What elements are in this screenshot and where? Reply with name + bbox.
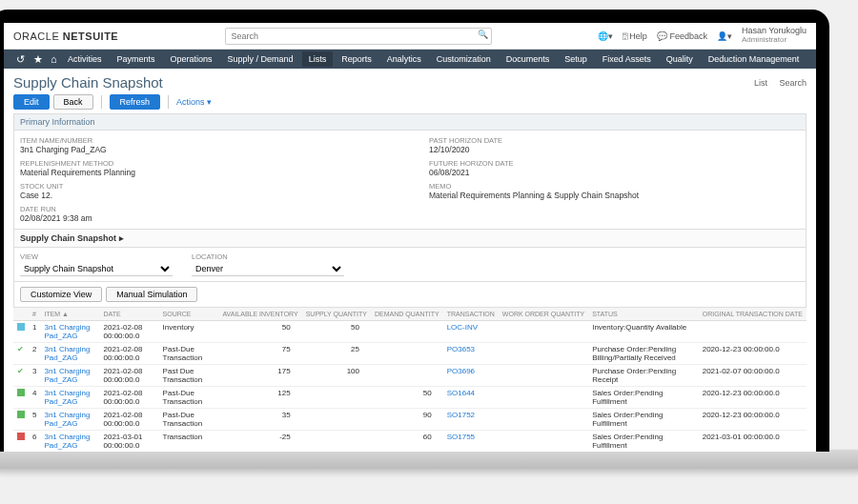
cell-flag: ✔ [13,343,29,365]
nav-activities[interactable]: Activities [61,51,109,67]
col-supply[interactable]: SUPPLY QUANTITY [302,308,371,321]
col-num[interactable]: # [29,308,40,321]
cell-item[interactable]: 3n1 Charging Pad_ZAG [40,387,99,409]
flag-icon [17,389,25,396]
action-row-top: Edit Back Refresh Actions ▾ [13,94,807,110]
nav-home-icon[interactable]: ⌂ [44,50,59,68]
cell-demand [371,343,443,365]
col-date[interactable]: DATE [100,308,159,321]
col-flag[interactable] [13,308,29,321]
nav-analytics[interactable]: Analytics [380,51,428,67]
header-tools: 🌐▾ ⍰ Help 💬 Feedback 👤▾ Hasan Yorukoglu … [598,27,807,45]
cell-item[interactable]: 3n1 Charging Pad_ZAG [40,343,99,365]
cell-supply [302,431,371,453]
view-select[interactable]: Supply Chain Snapshot [20,262,173,276]
cell-demand [371,321,443,343]
nav-star-icon[interactable]: ★ [27,50,42,69]
nav-fixed-assets[interactable]: Fixed Assets [596,51,658,67]
cell-supply [302,387,371,409]
cell-status: Sales Order:Pending Fulfillment [588,431,699,453]
nav-quality[interactable]: Quality [660,51,700,67]
flag-icon [17,433,25,440]
info-item: FUTURE HORIZON DATE06/08/2021 [429,159,800,177]
cell-source: Past-Due Transaction [159,343,219,365]
nav-supply-demand[interactable]: Supply / Demand [221,51,300,67]
cell-num: 6 [29,431,40,453]
location-select[interactable]: Denver [192,262,344,276]
cell-item[interactable]: 3n1 Charging Pad_ZAG [40,431,99,453]
edit-button[interactable]: Edit [13,94,50,110]
col-item[interactable]: ITEM ▲ [40,308,99,321]
back-button[interactable]: Back [53,94,93,110]
cell-orig: 2020-12-23 00:00:00.0 [699,387,807,409]
cell-txn[interactable]: SO1644 [443,387,499,409]
info-value: 06/08/2021 [429,168,800,177]
search-icon[interactable]: 🔍 [478,30,488,39]
filter-view: VIEW Supply Chain Snapshot [20,252,173,276]
global-search: 🔍 [225,28,492,45]
flag-icon [17,411,25,418]
subtab-header[interactable]: Supply Chain Snapshot ▸ [13,230,807,248]
cell-date: 2021-02-08 00:00:00.0 [100,387,159,409]
brand-logo: ORACLE NETSUITE [13,30,118,42]
cell-source: Inventory [159,321,219,343]
primary-info-grid: ITEM NAME/NUMBER3n1 Charging Pad_ZAG REP… [13,130,807,230]
cell-item[interactable]: 3n1 Charging Pad_ZAG [40,365,99,387]
nav-customization[interactable]: Customization [430,51,498,67]
cell-source: Past Due Transaction [159,365,219,387]
cell-txn[interactable]: PO3653 [443,343,499,365]
col-source[interactable]: SOURCE [159,308,219,321]
col-orig[interactable]: ORIGINAL TRANSACTION DATE [699,308,807,321]
cell-supply: 25 [302,343,371,365]
cell-txn[interactable]: SO1752 [443,409,499,431]
col-demand[interactable]: DEMAND QUANTITY [371,308,443,321]
feedback-link[interactable]: 💬 Feedback [657,31,707,41]
nav-documents[interactable]: Documents [500,51,557,67]
nav-deduction-mgmt[interactable]: Deduction Management [702,51,807,67]
language-icon[interactable]: 🌐▾ [598,31,613,41]
nav-reports[interactable]: Reports [335,51,378,67]
cell-txn[interactable]: PO3696 [443,365,499,387]
cell-orig [699,321,807,343]
actions-menu[interactable]: Actions ▾ [176,97,212,107]
col-wo[interactable]: WORK ORDER QUANTITY [499,308,588,321]
nav-setup[interactable]: Setup [558,51,594,67]
view-buttons: Customize View Manual Simulation [13,282,807,308]
nav-history-icon[interactable]: ↺ [10,50,25,69]
cell-avail: 35 [218,409,301,431]
nav-lists[interactable]: Lists [302,51,334,67]
cell-wo [499,387,588,409]
user-role: Administrator [742,36,807,45]
link-search[interactable]: Search [779,78,807,88]
col-status[interactable]: STATUS [588,308,699,321]
col-avail[interactable]: AVAILABLE INVENTORY [218,308,301,321]
refresh-button[interactable]: Refresh [110,94,161,110]
manual-simulation-button[interactable]: Manual Simulation [106,287,197,302]
cell-avail: 50 [218,321,301,343]
table-header-row: # ITEM ▲ DATE SOURCE AVAILABLE INVENTORY… [13,308,807,321]
cell-orig: 2020-12-23 00:00:00.0 [699,343,807,365]
feedback-label: Feedback [669,31,707,41]
filter-label: VIEW [20,252,173,261]
nav-operations[interactable]: Operations [164,51,219,67]
help-link[interactable]: ⍰ Help [623,31,647,41]
cell-txn[interactable]: LOC-INV [443,321,499,343]
nav-overflow-icon[interactable]: ⋯ [807,54,816,64]
info-item: MEMOMaterial Requirements Planning & Sup… [429,182,800,200]
search-input[interactable] [225,28,492,45]
link-list[interactable]: List [754,78,767,88]
cell-source: Past-Due Transaction [159,409,219,431]
cell-txn[interactable]: SO1755 [443,431,499,453]
user-block: Hasan Yorukoglu Administrator [742,27,807,45]
avatar-icon[interactable]: 👤▾ [717,31,732,41]
nav-payments[interactable]: Payments [111,51,162,67]
table-row: 63n1 Charging Pad_ZAG2021-03-01 00:00:00… [13,431,807,453]
cell-wo [499,321,588,343]
col-txn[interactable]: TRANSACTION [443,308,499,321]
cell-item[interactable]: 3n1 Charging Pad_ZAG [40,321,99,343]
table-row: 43n1 Charging Pad_ZAG2021-02-08 00:00:00… [13,387,807,409]
cell-item[interactable]: 3n1 Charging Pad_ZAG [40,409,99,431]
info-col-left: ITEM NAME/NUMBER3n1 Charging Pad_ZAG REP… [20,136,391,223]
customize-view-button[interactable]: Customize View [20,287,102,302]
cell-num: 1 [29,321,40,343]
